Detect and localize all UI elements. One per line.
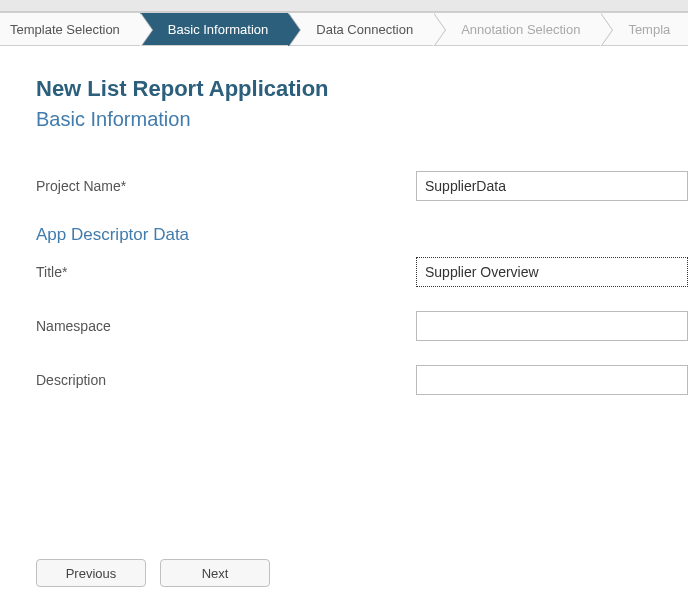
wizard-steps: Template Selection Basic Information Dat… (0, 12, 688, 46)
description-label: Description (36, 372, 416, 388)
title-input[interactable] (416, 257, 688, 287)
namespace-label: Namespace (36, 318, 416, 334)
page-title: New List Report Application (36, 76, 688, 102)
project-name-input[interactable] (416, 171, 688, 201)
namespace-input[interactable] (416, 311, 688, 341)
step-label: Data Connection (316, 22, 413, 37)
page-subtitle: Basic Information (36, 108, 688, 131)
step-label: Templa (628, 22, 670, 37)
step-label: Template Selection (10, 22, 120, 37)
next-button[interactable]: Next (160, 559, 270, 587)
window-topbar (0, 0, 688, 12)
description-input[interactable] (416, 365, 688, 395)
section-app-descriptor: App Descriptor Data (36, 225, 688, 245)
title-label: Title* (36, 264, 416, 280)
row-namespace: Namespace (36, 311, 688, 341)
row-title: Title* (36, 257, 688, 287)
step-template-customization[interactable]: Templa (600, 12, 688, 46)
step-data-connection[interactable]: Data Connection (288, 12, 433, 46)
footer-buttons: Previous Next (0, 439, 688, 607)
step-template-selection[interactable]: Template Selection (0, 12, 140, 46)
step-label: Annotation Selection (461, 22, 580, 37)
project-name-label: Project Name* (36, 178, 416, 194)
previous-button[interactable]: Previous (36, 559, 146, 587)
main-content: New List Report Application Basic Inform… (0, 46, 688, 439)
row-project-name: Project Name* (36, 171, 688, 201)
step-label: Basic Information (168, 22, 268, 37)
step-basic-information[interactable]: Basic Information (140, 12, 288, 46)
step-annotation-selection[interactable]: Annotation Selection (433, 12, 600, 46)
row-description: Description (36, 365, 688, 395)
